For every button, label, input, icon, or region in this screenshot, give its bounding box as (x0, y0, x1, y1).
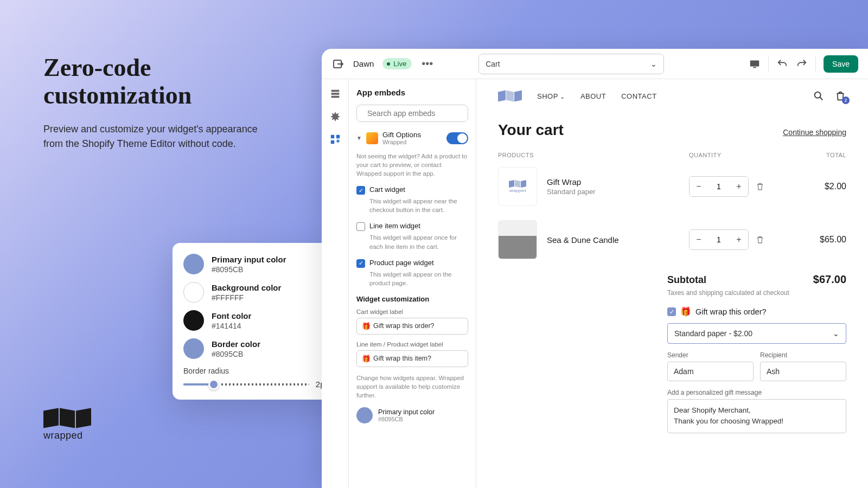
embed-vendor: Wrapped (382, 139, 421, 145)
wrapped-logo-icon (43, 409, 91, 427)
line-widget-checkbox[interactable] (356, 222, 365, 231)
sender-input[interactable] (667, 362, 754, 381)
product-name[interactable]: Gift Wrap (547, 177, 689, 187)
customization-heading: Widget customization (356, 295, 468, 303)
svg-rect-7 (336, 135, 339, 138)
exit-editor-icon[interactable] (331, 57, 344, 70)
sidebar-primary-color-label: Primary input color (378, 408, 435, 416)
cart-label-field-label: Cart widget label (356, 309, 468, 315)
brand-name: wrapped (43, 430, 91, 441)
qty-increase-button[interactable]: + (730, 230, 748, 249)
search-icon (362, 113, 363, 114)
storefront-preview: SHOP ABOUT CONTACT 2 Your cart Continue … (476, 79, 868, 488)
cart-widget-checkbox[interactable]: ✓ (356, 186, 365, 195)
desktop-view-icon[interactable] (749, 58, 761, 70)
cart-line-item: wrapped Gift Wrap Standard paper − 1 + (498, 167, 846, 206)
svg-rect-5 (331, 96, 339, 98)
qty-decrease-button[interactable]: − (690, 177, 708, 196)
line-label-field-label: Line item / Product widget label (356, 341, 468, 348)
chevron-down-icon: ⌄ (833, 329, 839, 338)
product-name[interactable]: Sea & Dune Candle (547, 235, 689, 245)
product-variant: Standard paper (547, 188, 689, 196)
subtotal-label: Subtotal (667, 274, 706, 286)
cart-line-item: Sea & Dune Candle − 1 + $65.00 (498, 220, 846, 259)
svg-point-9 (362, 113, 363, 114)
continue-shopping-link[interactable]: Continue shopping (783, 128, 846, 137)
col-products: PRODUCTS (498, 152, 689, 158)
embed-toggle[interactable] (446, 132, 468, 144)
nav-contact[interactable]: CONTACT (621, 92, 656, 100)
line-widget-label: Line item widget (369, 222, 420, 230)
sections-icon[interactable] (329, 88, 341, 100)
svg-rect-6 (330, 135, 334, 138)
border-color-label: Border color (212, 339, 260, 349)
giftwrap-label: Gift wrap this order? (695, 307, 767, 316)
product-widget-checkbox[interactable]: ✓ (356, 259, 365, 268)
qty-increase-button[interactable]: + (730, 177, 748, 196)
svg-rect-3 (331, 90, 339, 92)
nav-shop[interactable]: SHOP (537, 92, 565, 100)
border-color-value: #8095CB (212, 350, 260, 358)
qty-value[interactable]: 1 (708, 177, 730, 196)
background-color-swatch[interactable] (183, 282, 204, 303)
brand-mark: wrapped (43, 409, 91, 441)
line-widget-desc: This widget will appear once for each li… (369, 233, 468, 251)
redo-icon[interactable] (796, 58, 808, 70)
hero-subtitle: Preview and customize your widget's appe… (43, 122, 271, 151)
cart-label-field[interactable]: 🎁Gift wrap this order? (356, 318, 468, 335)
remove-item-icon[interactable] (755, 235, 765, 245)
gift-message-textarea[interactable]: Dear Shopify Merchant, Thank you for cho… (667, 399, 846, 433)
theme-name: Dawn (353, 59, 374, 68)
line-total: $2.00 (797, 182, 846, 191)
save-button[interactable]: Save (824, 55, 858, 73)
undo-icon[interactable] (776, 58, 788, 70)
qty-decrease-button[interactable]: − (690, 230, 708, 249)
theme-settings-icon[interactable] (329, 111, 341, 123)
page-selector[interactable]: Cart ⌄ (478, 54, 664, 74)
background-color-value: #FFFFFF (212, 293, 281, 302)
primary-color-swatch[interactable] (183, 254, 204, 274)
store-logo-icon[interactable] (498, 91, 522, 101)
recipient-input[interactable] (760, 362, 846, 381)
font-color-value: #141414 (212, 322, 251, 330)
radius-slider-thumb[interactable] (208, 379, 219, 390)
product-image[interactable]: wrapped (498, 167, 537, 206)
gift-options-app-icon (366, 132, 378, 144)
nav-about[interactable]: ABOUT (580, 92, 606, 100)
product-image[interactable] (498, 220, 537, 259)
editor-sidebar: App embeds ▼ Gift Options Wrapped Not se… (349, 79, 476, 488)
search-embeds-field[interactable] (356, 105, 468, 122)
message-label: Add a personalized gift message (667, 389, 846, 396)
primary-color-value: #8095CB (212, 265, 286, 274)
store-search-icon[interactable] (813, 90, 825, 102)
page-selector-value: Cart (486, 60, 500, 68)
subtotal-section: Subtotal $67.00 Taxes and shipping calcu… (667, 273, 846, 433)
search-embeds-input[interactable] (367, 109, 462, 118)
svg-rect-1 (750, 60, 760, 66)
product-widget-desc: This widget will appear on the product p… (369, 270, 468, 287)
gift-emoji-icon: 🎁 (362, 322, 371, 330)
live-status-badge: Live (382, 58, 412, 69)
line-total: $65.00 (797, 235, 846, 245)
gift-icon: 🎁 (680, 306, 691, 317)
primary-color-label: Primary input color (212, 255, 286, 264)
border-color-swatch[interactable] (183, 338, 204, 359)
giftwrap-checkbox[interactable]: ✓ (667, 307, 676, 316)
hero-title: Zero-code customization (43, 54, 271, 109)
svg-point-10 (815, 92, 821, 98)
expand-embed-icon[interactable]: ▼ (356, 135, 362, 141)
color-swatch-card: Primary input color #8095CB Background c… (173, 243, 340, 400)
cart-bag-icon[interactable]: 2 (834, 90, 846, 102)
cart-widget-desc: This widget will appear near the checkou… (369, 197, 468, 214)
col-quantity: QUANTITY (689, 152, 797, 158)
remove-item-icon[interactable] (755, 182, 765, 191)
line-label-field[interactable]: 🎁Gift wrap this item? (356, 350, 468, 367)
radius-slider[interactable] (183, 383, 309, 386)
more-menu-icon[interactable]: ••• (422, 57, 433, 70)
editor-topbar: Dawn Live ••• Cart ⌄ Save (322, 49, 868, 79)
app-embeds-icon[interactable] (329, 133, 341, 145)
giftwrap-select[interactable]: Standard paper - $2.00 ⌄ (667, 323, 846, 344)
qty-value[interactable]: 1 (708, 230, 730, 249)
sidebar-primary-color-swatch[interactable] (356, 407, 373, 423)
font-color-swatch[interactable] (183, 310, 204, 331)
